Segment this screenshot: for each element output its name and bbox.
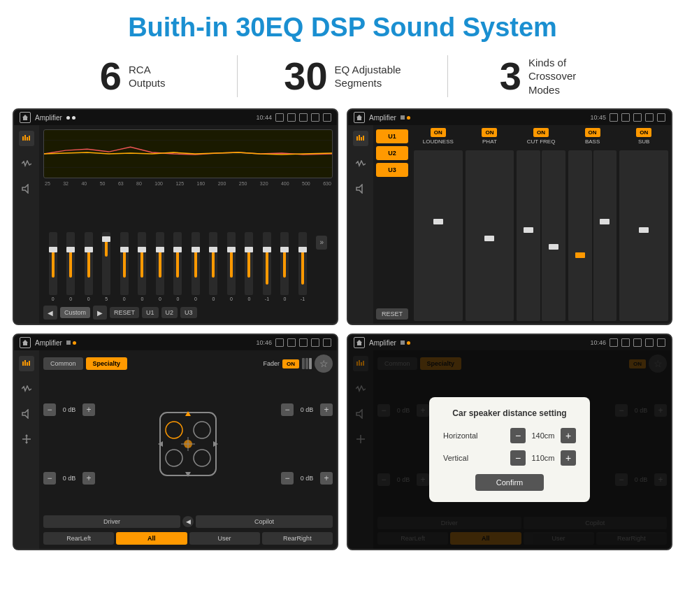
reset-btn-2[interactable]: RESET bbox=[376, 308, 408, 320]
screen1-statusbar-left: Amplifier bbox=[20, 112, 75, 123]
dialog-vertical-row: Vertical − 110cm + bbox=[443, 450, 576, 466]
u1-btn[interactable]: U1 bbox=[376, 129, 408, 143]
wave-icon-2[interactable] bbox=[353, 156, 368, 171]
speaker-icon-3[interactable] bbox=[19, 406, 34, 422]
speaker-icon-2[interactable] bbox=[353, 181, 368, 196]
dot-sq bbox=[401, 115, 405, 120]
u3-btn[interactable]: U3 bbox=[376, 163, 408, 177]
loudness-slider[interactable]: 64 48 32 16 0 bbox=[414, 150, 463, 321]
home-icon[interactable] bbox=[20, 112, 31, 123]
eq-slider-3: 5 bbox=[102, 232, 110, 301]
eq-slider-track-0[interactable] bbox=[49, 232, 57, 295]
confirm-button[interactable]: Confirm bbox=[475, 474, 545, 491]
bottom-buttons-3b: RearLeft All User RearRight bbox=[43, 532, 333, 545]
svg-rect-19 bbox=[29, 361, 30, 366]
u2-btn[interactable]: U2 bbox=[376, 146, 408, 160]
left-arrow-3[interactable]: ◀ bbox=[182, 516, 194, 527]
eq-slider-11: 0 bbox=[245, 232, 253, 301]
dot-orange bbox=[407, 116, 410, 120]
db-plus-tl[interactable]: + bbox=[82, 403, 95, 416]
specialty-tab[interactable]: Specialty bbox=[86, 357, 128, 370]
horizontal-minus[interactable]: − bbox=[510, 428, 526, 443]
rearright-btn-3[interactable]: RearRight bbox=[262, 532, 333, 545]
cutfreq-slider-f[interactable] bbox=[542, 150, 565, 321]
db-row-br: − 0 dB + bbox=[281, 472, 333, 485]
sub-slider[interactable] bbox=[619, 150, 668, 321]
db-plus-br[interactable]: + bbox=[320, 472, 333, 485]
db-minus-tl[interactable]: − bbox=[43, 403, 56, 416]
screen4-body: Common Specialty ON ☆ − 0 dB + − bbox=[348, 350, 671, 549]
u1-button[interactable]: U1 bbox=[142, 307, 159, 318]
home-icon-2[interactable] bbox=[354, 112, 365, 123]
common-tab[interactable]: Common bbox=[43, 357, 83, 370]
svg-rect-10 bbox=[356, 136, 358, 141]
home-icon-4[interactable] bbox=[354, 337, 365, 348]
phat-on[interactable]: ON bbox=[482, 128, 497, 137]
svg-rect-2 bbox=[24, 135, 26, 141]
screen4-dialog: Amplifier 10:46 bbox=[347, 334, 672, 550]
screen1-statusbar: Amplifier 10:44 bbox=[14, 110, 337, 125]
vertical-label: Vertical bbox=[443, 454, 468, 462]
eq-icon-3[interactable] bbox=[19, 356, 34, 371]
all-btn-3[interactable]: All bbox=[116, 532, 187, 545]
db-plus-bl[interactable]: + bbox=[82, 472, 95, 485]
sub-on[interactable]: ON bbox=[636, 128, 651, 137]
home-icon-3[interactable] bbox=[20, 337, 31, 348]
bass-slider-f[interactable] bbox=[568, 150, 592, 321]
u3-button[interactable]: U3 bbox=[180, 307, 197, 318]
phat-slider[interactable] bbox=[466, 150, 514, 321]
stat-eq: 30 EQ AdjustableSegments bbox=[238, 57, 447, 96]
stat-eq-number: 30 bbox=[284, 57, 327, 96]
eq-icon-2[interactable] bbox=[353, 131, 368, 146]
driver-btn-3[interactable]: Driver bbox=[43, 515, 180, 528]
copilot-btn-3[interactable]: Copilot bbox=[196, 515, 333, 528]
cutfreq-slider-g[interactable] bbox=[517, 150, 540, 321]
dialog-horizontal-row: Horizontal − 140cm + bbox=[443, 428, 576, 443]
vertical-minus[interactable]: − bbox=[510, 450, 526, 466]
speaker-icon[interactable] bbox=[19, 181, 34, 196]
loudness-on[interactable]: ON bbox=[431, 128, 446, 137]
next-button[interactable]: ▶ bbox=[93, 306, 107, 320]
eq-slider-13: 0 bbox=[280, 232, 289, 301]
screen2-statusbar-left: Amplifier bbox=[354, 112, 410, 123]
screen3-body: Common Specialty Fader ON ☆ bbox=[14, 350, 337, 549]
stat-crossover-label: Kinds ofCrossover Modes bbox=[528, 56, 605, 97]
reset-button[interactable]: RESET bbox=[110, 307, 139, 318]
db-minus-br[interactable]: − bbox=[281, 472, 294, 485]
stat-rca-number: 6 bbox=[100, 57, 122, 96]
db-plus-tr[interactable]: + bbox=[320, 403, 333, 416]
screen3-statusbar-left: Amplifier bbox=[20, 337, 76, 348]
dialog-title: Car speaker distance setting bbox=[443, 408, 576, 418]
u2-button[interactable]: U2 bbox=[161, 307, 178, 318]
svg-marker-24 bbox=[25, 442, 28, 444]
wave-icon[interactable] bbox=[19, 156, 34, 171]
vertical-plus[interactable]: + bbox=[561, 450, 576, 466]
rearleft-btn-3[interactable]: RearLeft bbox=[43, 532, 114, 545]
cutfreq-on[interactable]: ON bbox=[533, 128, 549, 137]
svg-marker-0 bbox=[22, 115, 28, 120]
expand-button[interactable]: » bbox=[316, 236, 327, 250]
bass-on[interactable]: ON bbox=[585, 128, 600, 137]
bass-slider-g[interactable] bbox=[593, 150, 617, 321]
custom-button[interactable]: Custom bbox=[60, 307, 90, 318]
screen1-eq: Amplifier 10:44 bbox=[13, 108, 338, 325]
svg-rect-17 bbox=[24, 360, 26, 366]
db-minus-bl[interactable]: − bbox=[43, 472, 56, 485]
db-val-tr: 0 dB bbox=[296, 406, 317, 413]
db-minus-tr[interactable]: − bbox=[281, 403, 294, 416]
eq-slider-14: -1 bbox=[298, 232, 307, 301]
eq-slider-10: 0 bbox=[227, 232, 236, 301]
svg-point-29 bbox=[194, 450, 210, 466]
horizontal-plus[interactable]: + bbox=[561, 428, 576, 443]
eq-icon[interactable] bbox=[19, 131, 34, 146]
arrows-icon-3[interactable] bbox=[19, 431, 34, 447]
svg-rect-18 bbox=[27, 362, 28, 366]
profile-icon-3[interactable]: ☆ bbox=[315, 354, 333, 373]
eq-slider-5: 0 bbox=[138, 232, 146, 301]
wave-icon-3[interactable] bbox=[19, 381, 34, 396]
fader-on-btn[interactable]: ON bbox=[282, 359, 299, 368]
user-btn-3[interactable]: User bbox=[189, 532, 260, 545]
prev-button[interactable]: ◀ bbox=[43, 306, 57, 320]
screen2-dots bbox=[401, 115, 410, 120]
screens-grid: Amplifier 10:44 bbox=[0, 106, 685, 557]
